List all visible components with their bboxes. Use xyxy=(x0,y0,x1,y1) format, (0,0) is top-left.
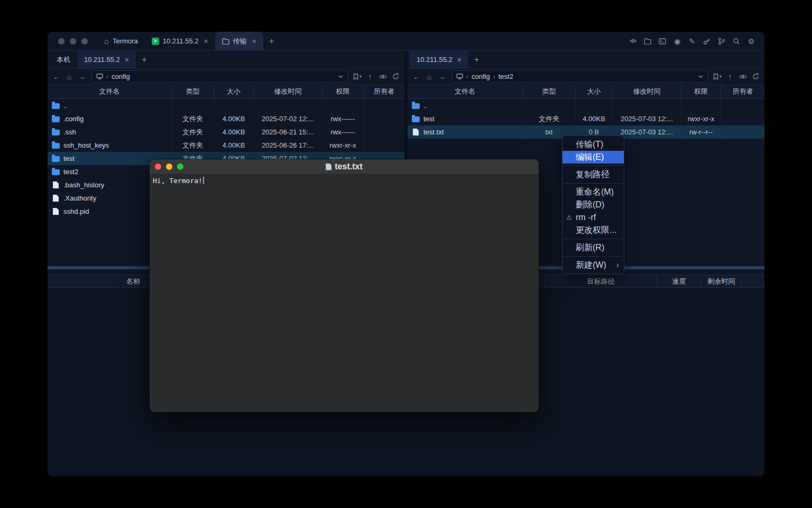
breadcrumb-segment[interactable]: test2 xyxy=(499,72,513,80)
back-button[interactable]: ← xyxy=(51,71,62,83)
menu-item-refresh[interactable]: 刷新(R) xyxy=(562,241,624,254)
settings-gear-icon[interactable]: ⚙ xyxy=(746,37,756,46)
column-header-mtime[interactable]: 修改时间 xyxy=(613,85,681,98)
show-hidden-eye-button[interactable] xyxy=(737,71,749,83)
column-header-name[interactable]: 文件名 xyxy=(408,85,523,98)
column-header-perm[interactable]: 权限 xyxy=(681,85,721,98)
menu-item-change-permissions[interactable]: 更改权限... xyxy=(562,224,624,237)
file-row[interactable]: .. xyxy=(48,99,404,112)
bookmark-button[interactable]: ▾ xyxy=(352,71,363,83)
chevron-down-icon[interactable] xyxy=(338,75,343,78)
file-mtime: 2025-07-03 12:... xyxy=(613,112,681,125)
new-pane-tab-button[interactable]: + xyxy=(468,51,485,68)
close-icon[interactable]: × xyxy=(457,56,462,64)
menu-item-delete[interactable]: 删除(D) xyxy=(562,198,624,211)
breadcrumb-segment[interactable]: config xyxy=(472,72,490,80)
parent-directory-button[interactable]: ↑ xyxy=(364,71,376,83)
column-header-size[interactable]: 大小 xyxy=(576,85,613,98)
terminal-icon[interactable] xyxy=(658,37,667,46)
menu-item-new[interactable]: 新建(W)› xyxy=(562,259,624,271)
forward-button[interactable]: → xyxy=(76,71,88,83)
file-row[interactable]: .config 文件夹 4.00KB 2025-07-02 12:... rwx… xyxy=(48,112,404,125)
tab-host[interactable]: 10.211.55.2 × xyxy=(77,51,136,68)
menu-item-edit[interactable]: 编辑(E) xyxy=(562,151,624,164)
column-header-mtime[interactable]: 修改时间 xyxy=(254,85,322,98)
breadcrumb-segment[interactable]: config xyxy=(112,72,130,80)
close-window-button[interactable] xyxy=(155,164,161,170)
menu-item-rm-rf[interactable]: ⚠rm -rf xyxy=(562,211,624,224)
transfer-column-remaining[interactable]: 剩余时间 xyxy=(702,275,742,287)
menu-item-rename[interactable]: 重命名(M) xyxy=(562,186,624,198)
tab-termora[interactable]: ⌂ Termora xyxy=(97,32,145,50)
close-icon[interactable]: × xyxy=(252,37,256,46)
breadcrumb[interactable]: › config › test2 xyxy=(451,70,708,83)
minimize-window-button[interactable] xyxy=(70,38,76,44)
new-pane-tab-button[interactable]: + xyxy=(136,51,152,68)
file-icon xyxy=(413,129,419,135)
column-header-owner[interactable]: 所有者 xyxy=(364,85,404,98)
close-icon[interactable]: × xyxy=(204,37,208,46)
folder-icon xyxy=(222,38,229,44)
folder-icon xyxy=(52,116,60,122)
menu-separator xyxy=(563,239,623,239)
window-controls[interactable] xyxy=(48,32,97,50)
show-hidden-eye-button[interactable] xyxy=(377,71,389,83)
parent-directory-button[interactable]: ↑ xyxy=(724,71,736,83)
tab-transfer[interactable]: 传输 × xyxy=(215,32,263,50)
folder-icon xyxy=(52,169,60,175)
editor-title: test.txt xyxy=(326,162,362,171)
file-row[interactable]: test 文件夹 4.00KB 2025-07-03 12:... rwxr-x… xyxy=(408,112,764,125)
menu-item-copy-path[interactable]: 复制路径 xyxy=(562,168,624,181)
transfer-column-speed[interactable]: 速度 xyxy=(657,275,702,287)
home-button[interactable]: ⌂ xyxy=(63,71,75,83)
breadcrumb[interactable]: › config xyxy=(91,70,348,83)
folder-icon[interactable] xyxy=(643,37,652,46)
breadcrumb-separator: › xyxy=(106,73,108,80)
file-name: .config xyxy=(63,112,84,125)
maximize-window-button[interactable] xyxy=(81,38,88,44)
editor-window-controls[interactable] xyxy=(155,164,183,170)
home-button[interactable]: ⌂ xyxy=(423,71,435,83)
forward-button[interactable]: → xyxy=(436,71,448,83)
close-icon[interactable]: × xyxy=(125,56,129,64)
file-row[interactable]: .. xyxy=(408,99,764,112)
editor-titlebar[interactable]: test.txt xyxy=(150,159,539,175)
code-snippets-icon[interactable]: </> xyxy=(628,37,638,46)
column-header-name[interactable]: 文件名 xyxy=(48,85,172,98)
column-header-type[interactable]: 类型 xyxy=(172,85,214,98)
refresh-button[interactable] xyxy=(750,71,761,83)
edit-icon[interactable]: ✎ xyxy=(687,37,697,46)
file-perm xyxy=(681,99,721,112)
column-header-perm[interactable]: 权限 xyxy=(322,85,364,98)
minimize-window-button[interactable] xyxy=(166,164,172,170)
tab-label: 10.211.55.2 xyxy=(417,56,453,64)
file-row[interactable]: .ssh 文件夹 4.00KB 2025-06-21 15:... rwx---… xyxy=(48,125,404,139)
search-icon[interactable] xyxy=(732,37,741,46)
key-icon[interactable] xyxy=(702,37,712,46)
bookmark-button[interactable]: ▾ xyxy=(712,71,723,83)
tab-host[interactable]: 10.211.55.2 × xyxy=(410,51,468,68)
file-owner xyxy=(721,112,764,125)
file-size: 4.00KB xyxy=(214,112,254,125)
file-mtime: 2025-07-02 12:... xyxy=(254,112,322,125)
file-mtime: 2025-06-21 15:... xyxy=(254,125,322,139)
editor-content[interactable]: Hi, Termora! xyxy=(150,175,539,187)
file-row[interactable]: ssh_host_keys 文件夹 4.00KB 2025-06-26 17:.… xyxy=(48,139,404,152)
tab-local[interactable]: 本机 xyxy=(50,51,77,68)
tab-label: 10.211.55.2 xyxy=(163,37,199,45)
chevron-down-icon[interactable] xyxy=(698,75,703,78)
new-tab-button[interactable]: + xyxy=(263,32,280,50)
titlebar: ⌂ Termora > 10.211.55.2 × 传输 × + </> ◉ ✎… xyxy=(48,32,764,51)
refresh-button[interactable] xyxy=(390,71,401,83)
column-header-owner[interactable]: 所有者 xyxy=(721,85,764,98)
tab-host-session[interactable]: > 10.211.55.2 × xyxy=(145,32,215,50)
transfer-column-target[interactable]: 目标路径 xyxy=(545,275,657,287)
record-macro-icon[interactable]: ◉ xyxy=(672,37,682,46)
column-header-size[interactable]: 大小 xyxy=(214,85,254,98)
column-header-type[interactable]: 类型 xyxy=(523,85,576,98)
maximize-window-button[interactable] xyxy=(177,164,183,170)
menu-item-transfer[interactable]: 传输(T) xyxy=(562,138,624,151)
branch-icon[interactable] xyxy=(717,37,726,46)
back-button[interactable]: ← xyxy=(411,71,422,83)
close-window-button[interactable] xyxy=(58,38,64,44)
